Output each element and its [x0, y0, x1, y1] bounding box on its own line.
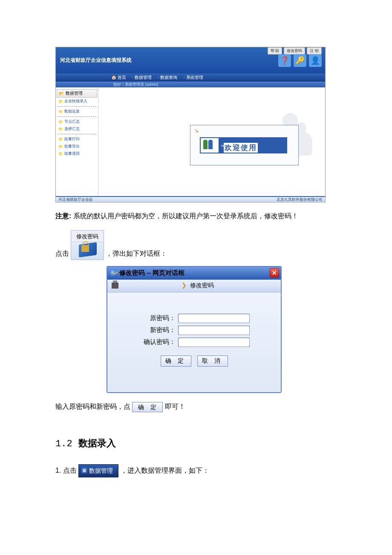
welcome-panel: ↘ welcome 欢迎使用: [190, 125, 299, 165]
sidebar-header: 数据管理: [57, 89, 97, 98]
footer-right: 北京久其软件股份有限公司: [277, 197, 323, 202]
sidebar-item-6[interactable]: 批量退回: [57, 150, 97, 157]
menu-sys-mgmt[interactable]: 系统管理: [183, 75, 203, 81]
sidebar-item-3[interactable]: 选择汇总: [57, 125, 97, 133]
dialog-sub-title: 修改密码: [190, 282, 214, 289]
sidebar-item-5[interactable]: 批量导出: [57, 143, 97, 150]
sidebar-item-2[interactable]: 节点汇总: [57, 118, 97, 125]
old-password-input[interactable]: [178, 314, 250, 323]
people-icon: [201, 138, 219, 153]
close-button[interactable]: ✕: [270, 268, 279, 278]
confirm-password-input[interactable]: [178, 338, 250, 347]
after-input-line: 输入原密码和新密码，点 确 定 即可！: [55, 401, 337, 413]
sidebar-item-0[interactable]: 企业快报录入: [57, 98, 97, 105]
old-password-label: 原密码：: [142, 314, 176, 322]
app-title: 河北省财政厅企业信息填报系统: [60, 57, 132, 64]
click-prefix: 点击: [55, 248, 69, 260]
note-text: 系统的默认用户密码都为空，所以建议用户第一次登录系统后，修改密码！: [73, 212, 298, 220]
dialog-body: 原密码： 新密码： 确认密码： 确 定 取 消: [107, 292, 281, 392]
click-line: 点击 修改密码 ，弹出如下对话框：: [55, 230, 337, 260]
new-password-input[interactable]: [178, 326, 250, 335]
dialog-titlebar: 修改密码 -- 网页对话框 ✕: [107, 267, 281, 280]
dialog-toolbar: ❯ 修改密码: [107, 280, 281, 292]
lock-book-icon: [79, 241, 97, 258]
sidebar-item-4[interactable]: 批量打印: [57, 136, 97, 143]
app-screenshot: 帮 助 修改密码 注 销 ❓ 🔑 👤 河北省财政厅企业信息填报系统 首页 数据管…: [55, 47, 326, 202]
note-label: 注意:: [55, 212, 71, 220]
help-button[interactable]: 帮 助: [268, 47, 282, 55]
printer-icon[interactable]: [112, 283, 118, 289]
menu-data-mgmt[interactable]: 数据管理: [132, 75, 152, 81]
footer-left: 河北省财政厅企业处: [58, 197, 93, 202]
app-footer: 河北省财政厅企业处 北京久其软件股份有限公司: [56, 196, 325, 202]
after-input-text: 输入原密码和新密码，点: [55, 403, 130, 410]
sidebar: 数据管理 企业快报录入 数据运算 节点汇总 选择汇总 批量打印 批量导出 批量退…: [56, 87, 98, 196]
step1-prefix: 1. 点击: [55, 466, 77, 474]
note-paragraph: 注意: 系统的默认用户密码都为空，所以建议用户第一次登录系统后，修改密码！: [55, 210, 337, 223]
help-icon[interactable]: ❓: [278, 54, 291, 67]
cancel-button[interactable]: 取 消: [197, 356, 228, 367]
menu-home[interactable]: 首页: [111, 75, 126, 81]
arrow-right-icon: ❯: [182, 282, 187, 289]
ok-button[interactable]: 确 定: [161, 356, 191, 367]
logout-button[interactable]: 注 销: [307, 47, 322, 55]
arrow-icon: ↘: [194, 127, 199, 134]
after-input-text2: 即可！: [165, 403, 185, 410]
main-menu: 首页 数据管理 数据查询 系统管理: [56, 74, 325, 81]
data-mgmt-tab[interactable]: 数据管理: [78, 464, 118, 477]
section-title: 数据录入: [78, 438, 116, 448]
sidebar-item-1[interactable]: 数据运算: [57, 108, 97, 115]
change-password-toolbar-button[interactable]: 修改密码: [71, 230, 104, 260]
app-header: 帮 助 修改密码 注 销 ❓ 🔑 👤 河北省财政厅企业信息填报系统: [56, 47, 325, 74]
new-password-label: 新密码：: [142, 326, 176, 334]
change-password-button[interactable]: 修改密码: [284, 47, 305, 55]
welcome-big: 欢迎使用: [224, 143, 258, 153]
key-icon[interactable]: 🔑: [294, 54, 306, 67]
inline-ok-button[interactable]: 确 定: [132, 402, 163, 412]
user-icon[interactable]: 👤: [309, 54, 322, 67]
section-heading: 1.2数据录入: [55, 437, 337, 450]
menu-data-query[interactable]: 数据查询: [158, 75, 177, 81]
ie-icon: [110, 269, 117, 276]
dialog-title-text: 修改密码 -- 网页对话框: [119, 269, 184, 277]
app-main-area: ↘ welcome 欢迎使用: [98, 87, 325, 196]
welcome-bar: 您好！系统管理员 (admin): [56, 81, 325, 87]
section-number: 1.2: [55, 439, 72, 449]
click-suffix: ，弹出如下对话框：: [106, 248, 167, 260]
step1-line: 1. 点击 数据管理 ，进入数据管理界面，如下：: [55, 464, 337, 477]
change-password-dialog: 修改密码 -- 网页对话框 ✕ ❯ 修改密码 原密码： 新密码： 确认密码： 确…: [107, 266, 282, 393]
step1-suffix: ，进入数据管理界面，如下：: [121, 466, 209, 474]
confirm-password-label: 确认密码：: [142, 338, 176, 346]
